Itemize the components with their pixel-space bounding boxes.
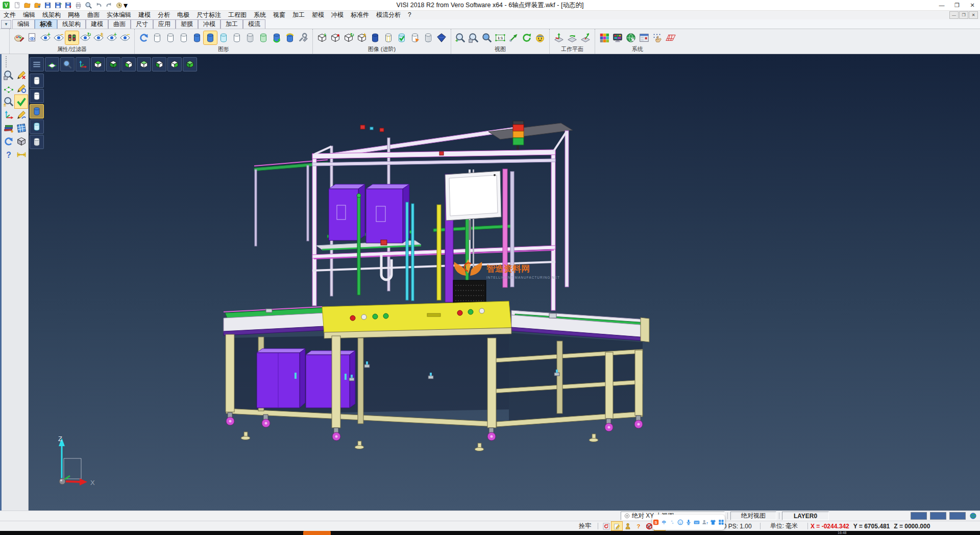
menu-item-6[interactable]: 实体编辑 (103, 11, 135, 19)
menu-item-18[interactable]: 模流分析 (373, 11, 404, 19)
undo-icon[interactable] (94, 1, 103, 10)
network-globe-icon[interactable] (968, 512, 978, 520)
zoom-window-icon[interactable] (467, 31, 480, 44)
display-mesh-icon[interactable] (243, 31, 257, 44)
pan-view-icon[interactable] (507, 31, 520, 44)
shade-transparent-icon[interactable] (30, 119, 44, 134)
redraw-icon[interactable] (2, 135, 15, 148)
menu-item-13[interactable]: 视窗 (270, 11, 289, 19)
sogou-logo-icon[interactable]: S (652, 517, 660, 528)
menu-item-5[interactable]: 曲面 (84, 11, 103, 19)
menu-item-15[interactable]: 塑模 (308, 11, 328, 19)
zoom-previous-icon[interactable] (480, 31, 494, 44)
ime-punct-icon[interactable]: ’, (669, 517, 676, 528)
ime-toolbox-icon[interactable] (717, 517, 725, 528)
import-file-icon[interactable] (33, 1, 42, 10)
help-icon[interactable]: ? (2, 148, 15, 161)
delete-entity-icon[interactable] (15, 68, 28, 82)
history-icon[interactable] (114, 1, 124, 10)
layers-icon[interactable] (2, 121, 15, 135)
tab-冲模[interactable]: 冲模 (198, 19, 220, 29)
solid-striped-icon[interactable] (382, 31, 395, 44)
display-settings-icon[interactable] (297, 31, 310, 44)
refresh-lock-icon[interactable] (601, 522, 611, 530)
mdi-close-button[interactable]: ✕ (969, 11, 978, 19)
rotate-shading-icon[interactable] (283, 31, 297, 44)
dock-drag-handle[interactable] (6, 56, 7, 67)
ime-mode-icon[interactable]: 中 (660, 517, 668, 528)
filter-document-icon[interactable] (26, 31, 39, 44)
add-image-icon[interactable]: + (315, 31, 329, 44)
view-back-icon[interactable] (137, 57, 151, 71)
sogou-ime-bar[interactable]: S中’,7 (652, 515, 725, 530)
system-tools-icon[interactable] (624, 31, 638, 44)
workplane-standard-icon[interactable] (552, 31, 566, 44)
ime-account-icon[interactable]: 7 (701, 517, 708, 528)
query-icon[interactable]: ? (633, 522, 644, 530)
zoom-window2-icon[interactable]: ± (2, 95, 15, 108)
regen-view-icon[interactable] (137, 31, 151, 44)
display-dashed-icon[interactable] (177, 31, 190, 44)
profile-settings-icon[interactable] (638, 31, 651, 44)
spline-icon[interactable] (15, 108, 28, 121)
close-button[interactable]: ✕ (965, 1, 980, 10)
view-front-icon[interactable] (121, 57, 136, 71)
view-right-icon[interactable] (167, 57, 182, 71)
menu-item-1[interactable]: 文件 (0, 11, 19, 19)
redo-icon[interactable] (104, 1, 113, 10)
mdi-minimize-button[interactable]: — (949, 11, 959, 19)
fit-view-icon[interactable] (45, 57, 59, 71)
tab-应用[interactable]: 应用 (153, 19, 176, 29)
tab-尺寸[interactable]: 尺寸 (131, 19, 153, 29)
viewport-3d[interactable]: 智造资料网 INTELLIGENT MANUFACTURING NET Z X (29, 54, 980, 513)
attributes-palette-icon[interactable] (12, 31, 26, 44)
display-combined-icon[interactable] (257, 31, 270, 44)
preview-icon[interactable] (84, 1, 93, 10)
zoom-dynamic-icon[interactable] (2, 68, 15, 82)
quick-access-dropdown-icon[interactable]: ▾ (124, 1, 128, 10)
tab-线架构[interactable]: 线架构 (57, 19, 86, 29)
menu-item-14[interactable]: 加工 (289, 11, 308, 19)
ime-keyboard-icon[interactable] (693, 517, 700, 528)
tab-标准[interactable]: 标准 (35, 19, 57, 29)
workplane-align-icon[interactable] (579, 31, 592, 44)
hide-entities-icon[interactable]: − (52, 31, 65, 44)
save-icon[interactable] (43, 1, 52, 10)
shade-wireframe-icon[interactable] (30, 74, 44, 88)
menu-item-9[interactable]: 电极 (174, 11, 193, 19)
view-mode-field[interactable]: 绝对视图 (730, 512, 776, 520)
menu-item-11[interactable]: 工程图 (225, 11, 250, 19)
mdi-restore-button[interactable]: ❐ (959, 11, 968, 19)
zoom-extents-icon[interactable] (2, 82, 15, 95)
image-traffic-icon[interactable]: ● (329, 31, 342, 44)
open-file-icon[interactable] (22, 1, 32, 10)
profile-icon[interactable] (622, 522, 633, 530)
display-monitor-icon[interactable] (611, 31, 624, 44)
taskbar-app-sliver[interactable] (303, 531, 331, 535)
view-top-icon[interactable] (91, 57, 105, 71)
menu-item-12[interactable]: 系统 (250, 11, 270, 19)
shade-solid-icon[interactable] (30, 104, 44, 118)
shade-mesh-icon[interactable] (30, 135, 44, 149)
copy-solid-icon[interactable] (408, 31, 422, 44)
picker-icon[interactable] (611, 522, 622, 530)
lock-label[interactable]: 拴牢 (575, 522, 595, 530)
grid-settings-icon[interactable] (664, 31, 677, 44)
rotate-view-icon[interactable] (520, 31, 533, 44)
workplane-axis-icon[interactable] (2, 108, 15, 121)
view-orientation-icon[interactable] (533, 31, 547, 44)
display-transparent-icon[interactable] (217, 31, 230, 44)
show-entities-icon[interactable]: + (39, 31, 52, 44)
zoom-in-icon[interactable]: + (454, 31, 467, 44)
view-iso-icon[interactable] (183, 57, 197, 71)
maximize-button[interactable]: ❐ (949, 1, 965, 10)
tab-建模[interactable]: 建模 (86, 19, 108, 29)
hide-all-icon[interactable]: − (118, 31, 132, 44)
confirm-icon[interactable] (15, 95, 28, 108)
image-refresh-icon[interactable]: ↻ (342, 31, 355, 44)
minimize-button[interactable]: — (934, 1, 949, 10)
solid-view-icon[interactable] (15, 135, 28, 148)
workplane-rotate-icon[interactable] (566, 31, 579, 44)
edit-entity-icon[interactable] (15, 82, 28, 95)
validate-solid-icon[interactable] (395, 31, 408, 44)
